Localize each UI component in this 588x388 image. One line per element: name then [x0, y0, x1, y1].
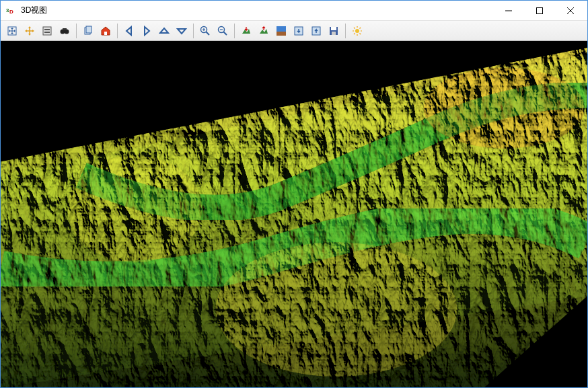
window-title: 3D视图: [21, 5, 493, 16]
save-icon: [328, 26, 339, 36]
nav-left[interactable]: [121, 23, 137, 39]
arrow-up-icon: [159, 26, 170, 36]
nav-down[interactable]: [174, 23, 190, 39]
copy-view[interactable]: [80, 23, 96, 39]
arrow-left-icon: [124, 26, 135, 36]
viewport-3d[interactable]: [1, 41, 587, 387]
binoculars-icon: [59, 26, 70, 36]
terrain-mode-2[interactable]: [256, 23, 272, 39]
elev-up-icon: [311, 26, 322, 36]
move-tool[interactable]: [22, 23, 38, 39]
save[interactable]: [326, 23, 342, 39]
find-tool[interactable]: [57, 23, 73, 39]
svg-point-11: [215, 242, 457, 377]
elevation-down[interactable]: [291, 23, 307, 39]
layer-tool[interactable]: [39, 23, 55, 39]
water-level[interactable]: [273, 23, 289, 39]
zoom-in[interactable]: [197, 23, 213, 39]
toolbar-separator: [76, 24, 77, 38]
terrain-down-icon: [241, 26, 252, 36]
elev-down-icon: [293, 26, 304, 36]
arrow-right-icon: [141, 26, 152, 36]
toolbar-separator: [234, 24, 235, 38]
water-icon: [276, 26, 287, 36]
nav-up[interactable]: [156, 23, 172, 39]
zoom-out-icon: [217, 26, 228, 36]
toolbar: [1, 21, 587, 41]
layers-icon: [42, 26, 52, 36]
home-view[interactable]: [98, 23, 114, 39]
app-icon: 3D: [6, 5, 17, 16]
home-icon: [100, 26, 111, 36]
nav-right[interactable]: [139, 23, 155, 39]
maximize-button[interactable]: [524, 1, 555, 20]
zoom-out[interactable]: [215, 23, 231, 39]
toolbar-separator: [117, 24, 118, 38]
svg-rect-3: [537, 7, 543, 13]
minimize-button[interactable]: [493, 1, 524, 20]
settings[interactable]: [349, 23, 365, 39]
zoom-in-icon: [200, 26, 211, 36]
copy-icon: [83, 26, 94, 36]
window-controls: [493, 1, 586, 20]
toolbar-separator: [193, 24, 194, 38]
elevation-up[interactable]: [308, 23, 324, 39]
arrow-down-icon: [176, 26, 187, 36]
svg-point-9: [424, 68, 585, 149]
titlebar: 3D 3D视图: [1, 1, 587, 21]
pan-icon: [7, 26, 17, 36]
move4-icon: [24, 26, 35, 36]
close-button[interactable]: [555, 1, 586, 20]
toolbar-separator: [345, 24, 346, 38]
sun-icon: [352, 26, 363, 36]
terrain-up-icon: [258, 26, 269, 36]
terrain-mode-1[interactable]: [238, 23, 254, 39]
terrain-render: [1, 41, 587, 387]
svg-point-10: [68, 155, 203, 263]
pan-tool[interactable]: [4, 23, 20, 39]
svg-text:D: D: [9, 9, 13, 15]
